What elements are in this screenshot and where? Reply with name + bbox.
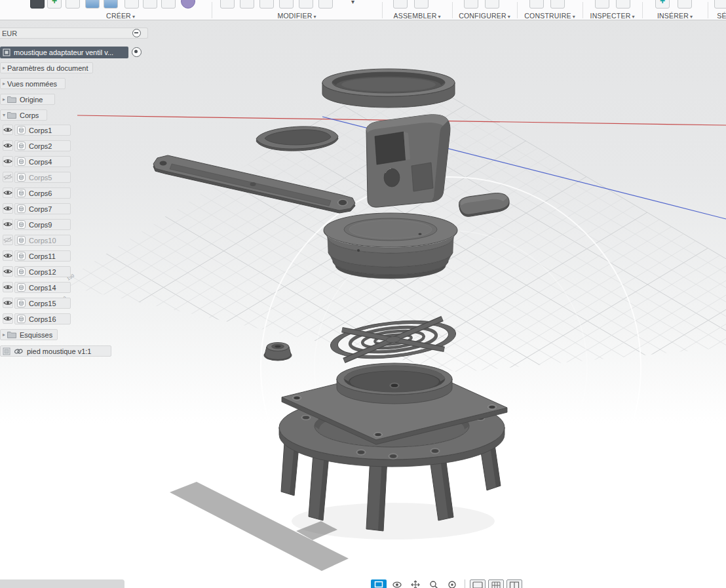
visibility-eye-off-icon[interactable] (3, 235, 13, 245)
browser-item-parametres[interactable]: ▸ Paramètres du document (0, 62, 93, 73)
expand-caret-icon[interactable]: ▸ (3, 81, 5, 87)
browser-body-corps7[interactable]: Corps7 (14, 203, 71, 214)
part-grommet[interactable] (264, 343, 292, 361)
browser-body-corps12[interactable]: Corps12 (14, 266, 71, 277)
toolbar-icon[interactable] (104, 0, 118, 9)
toolbar-group-5[interactable]: INSPECTER▾ (583, 9, 642, 19)
browser-body-corps4[interactable]: Corps4 (14, 156, 71, 167)
part-electronics-bracket[interactable] (366, 115, 450, 207)
item-label: Paramètres du document (7, 64, 88, 72)
visibility-eye-icon[interactable] (3, 282, 13, 292)
document-name: moustique adaptateur ventil v... (14, 49, 113, 56)
browser-body-corps14[interactable]: Corps14 (14, 282, 71, 293)
toolbar-icon[interactable] (161, 0, 176, 9)
toolbar-icon[interactable] (464, 0, 478, 9)
toolbar-icon[interactable] (318, 0, 333, 9)
part-fan-grille[interactable] (329, 315, 458, 364)
nav-fit-view-button[interactable] (371, 579, 387, 588)
toolbar-icon[interactable] (485, 0, 499, 9)
dropdown-caret-icon: ▾ (690, 14, 693, 20)
toolbar-icon[interactable] (393, 0, 408, 9)
toolbar-group-6[interactable]: INSÉRER▾ (642, 9, 708, 19)
visibility-eye-icon[interactable] (3, 187, 13, 198)
visibility-eye-icon[interactable] (3, 156, 13, 167)
browser-body-corps15[interactable]: Corps15 (14, 298, 71, 309)
expand-caret-icon[interactable]: ▸ (3, 65, 5, 71)
browser-body-corps5[interactable]: Corps5 (14, 172, 71, 183)
toolbar-icon[interactable] (414, 0, 429, 9)
browser-header-label: EUR (2, 29, 17, 37)
nav-look-at-button[interactable] (444, 579, 460, 588)
viewport-3d[interactable]: 150 200 (0, 0, 726, 588)
browser-body-corps10[interactable]: Corps10 (14, 235, 71, 246)
toolbar-icon[interactable] (66, 0, 80, 9)
visibility-eye-icon[interactable] (3, 219, 13, 229)
visibility-eye-icon[interactable] (3, 203, 13, 214)
expand-caret-icon[interactable]: ▸ (3, 332, 5, 338)
nav-orbit-button[interactable] (389, 579, 405, 588)
browser-folder-esquisses[interactable]: ▸ Esquisses (0, 329, 58, 340)
toolbar-icon[interactable] (655, 0, 670, 9)
browser-linked-component[interactable]: pied moustique v1:1 (0, 345, 111, 357)
nav-display-settings-button[interactable] (470, 579, 486, 588)
browser-folder-corps[interactable]: ▾ Corps (0, 109, 47, 121)
browser-body-corps9[interactable]: Corps9 (14, 219, 71, 230)
toolbar-icon[interactable] (529, 0, 544, 9)
visibility-eye-icon[interactable] (3, 140, 13, 151)
browser-document-row[interactable]: moustique adaptateur ventil v... (0, 47, 128, 58)
toolbar-separator (382, 2, 383, 18)
browser-body-corps11[interactable]: Corps11 (14, 250, 71, 262)
visibility-eye-icon[interactable] (3, 250, 13, 261)
body-icon (17, 173, 26, 182)
visibility-eye-icon[interactable] (3, 313, 13, 324)
toolbar-icon[interactable] (678, 0, 692, 9)
visibility-eye-icon[interactable] (3, 266, 13, 277)
toolbar-group-3[interactable]: CONFIGURER▾ (452, 9, 517, 19)
toolbar-icon[interactable] (30, 0, 45, 9)
browser-folder-origine[interactable]: ▸ Origine (0, 94, 55, 105)
nav-grid-and-snaps-button[interactable] (488, 579, 504, 588)
visibility-eye-icon[interactable] (3, 125, 13, 135)
toolbar-icon[interactable] (47, 0, 62, 9)
part-round-cap[interactable] (324, 213, 457, 279)
part-mounting-arm[interactable] (153, 155, 355, 213)
expand-caret-icon[interactable]: ▸ (3, 96, 5, 102)
visibility-eye-icon[interactable] (3, 298, 13, 308)
dropdown-caret-icon: ▾ (313, 14, 316, 20)
toolbar-group-4[interactable]: CONSTRUIRE▾ (517, 9, 583, 19)
toolbar-icon[interactable] (124, 0, 139, 9)
part-outer-ring[interactable] (322, 69, 455, 108)
nav-pan-button[interactable] (408, 579, 423, 588)
browser-body-corps16[interactable]: Corps16 (14, 313, 71, 324)
toolbar-icon[interactable] (85, 0, 100, 9)
browser-body-corps2[interactable]: Corps2 (14, 140, 71, 151)
body-label: Corps7 (29, 205, 52, 213)
toolbar-icon[interactable] (220, 0, 235, 9)
toolbar-icon[interactable] (714, 0, 726, 9)
toolbar-group-0[interactable]: CRÉER▾ (29, 9, 212, 19)
toolbar-icon[interactable] (181, 0, 195, 9)
collapse-browser-button[interactable] (132, 29, 141, 37)
toolbar-icon[interactable] (347, 0, 362, 9)
visibility-eye-off-icon[interactable] (3, 172, 13, 182)
toolbar-icon[interactable] (299, 0, 313, 9)
part-gasket-seal[interactable] (256, 127, 338, 151)
browser-item-vues-nommees[interactable]: ▸ Vues nommées (0, 78, 66, 89)
toolbar-icon[interactable] (616, 0, 630, 9)
toolbar-icon[interactable] (240, 0, 254, 9)
nav-viewports-button[interactable] (506, 579, 522, 588)
collapse-caret-icon[interactable]: ▾ (3, 112, 5, 118)
browser-body-corps1[interactable]: Corps1 (14, 125, 71, 136)
toolbar-icon[interactable] (259, 0, 274, 9)
toolbar-icon[interactable] (279, 0, 294, 9)
toolbar-group-1[interactable]: MODIFIER▾ (212, 9, 382, 19)
nav-zoom-button[interactable] (426, 579, 442, 588)
toolbar-group-2[interactable]: ASSEMBLER▾ (382, 9, 452, 19)
toolbar-icon[interactable] (550, 0, 565, 9)
toolbar-icon[interactable] (143, 0, 157, 9)
toolbar-group-7[interactable]: SÉL▾ (708, 9, 726, 19)
browser-body-corps6[interactable]: Corps6 (14, 187, 71, 199)
component-icon (3, 347, 10, 355)
activate-component-radio[interactable] (132, 47, 142, 57)
toolbar-icon[interactable] (595, 0, 609, 9)
